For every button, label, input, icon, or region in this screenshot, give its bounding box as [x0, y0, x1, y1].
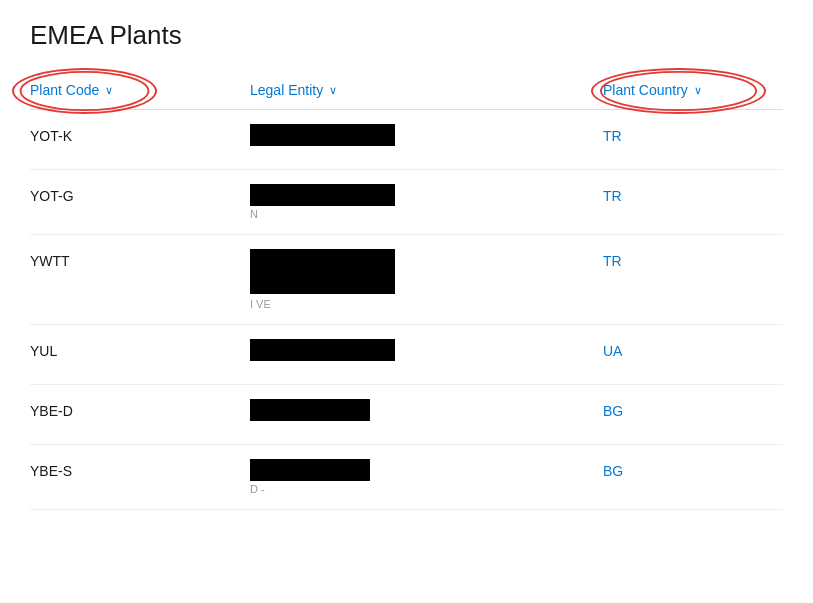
redacted-block: [250, 399, 370, 421]
legal-entity-cell: [250, 124, 603, 146]
plant-code-cell: YOT-K: [30, 124, 250, 144]
plant-code-cell: YUL: [30, 339, 250, 359]
plant-code-value: YBE-D: [30, 403, 73, 419]
redacted-block: [250, 459, 370, 481]
plant-country-value: BG: [603, 463, 623, 479]
plant-country-cell: UA: [603, 339, 783, 359]
legal-entity-cell: D -: [250, 459, 603, 495]
table-header: Plant Code ∨ Legal Entity ∨ Plant Countr…: [30, 71, 783, 110]
legal-entity-sort-button[interactable]: Legal Entity ∨: [250, 82, 337, 98]
plant-country-cell: TR: [603, 249, 783, 269]
legal-entity-header-label: Legal Entity: [250, 82, 323, 98]
plant-country-value: UA: [603, 343, 622, 359]
col-legal-entity-header: Legal Entity ∨: [250, 81, 603, 99]
plant-code-value: YBE-S: [30, 463, 72, 479]
legal-entity-suffix: N: [250, 208, 603, 220]
legal-entity-cell: I VE: [250, 249, 603, 310]
plant-country-cell: BG: [603, 459, 783, 479]
col-plant-country-header: Plant Country ∨: [603, 81, 783, 99]
table-row: YOT-K TR: [30, 110, 783, 170]
plant-code-value: YOT-K: [30, 128, 72, 144]
plant-code-cell: YBE-S: [30, 459, 250, 479]
plant-country-value: TR: [603, 188, 622, 204]
table-row: YWTT I VE TR: [30, 235, 783, 325]
legal-entity-suffix: D -: [250, 483, 603, 495]
plant-code-value: YUL: [30, 343, 57, 359]
plant-country-cell: BG: [603, 399, 783, 419]
plant-code-header-label: Plant Code: [30, 82, 99, 98]
plant-country-cell: TR: [603, 124, 783, 144]
plant-code-sort-button[interactable]: Plant Code ∨: [30, 82, 113, 98]
legal-entity-chevron-icon: ∨: [329, 84, 337, 97]
plant-code-cell: YWTT: [30, 249, 250, 269]
plant-code-cell: YOT-G: [30, 184, 250, 204]
table-row: YBE-S D - BG: [30, 445, 783, 510]
table-row: YUL UA: [30, 325, 783, 385]
legal-entity-cell: N: [250, 184, 603, 220]
plant-country-value: BG: [603, 403, 623, 419]
plant-code-value: YWTT: [30, 253, 70, 269]
legal-entity-cell: [250, 399, 603, 421]
redacted-block: [250, 124, 395, 146]
plant-country-cell: TR: [603, 184, 783, 204]
plant-country-chevron-icon: ∨: [694, 84, 702, 97]
col-plant-code-header: Plant Code ∨: [30, 81, 250, 99]
page-title: EMEA Plants: [30, 20, 783, 51]
redacted-block: [250, 249, 395, 294]
table-row: YBE-D BG: [30, 385, 783, 445]
redacted-block: [250, 339, 395, 361]
legal-entity-suffix: I VE: [250, 298, 603, 310]
plant-country-header-label: Plant Country: [603, 82, 688, 98]
legal-entity-cell: [250, 339, 603, 361]
plant-code-cell: YBE-D: [30, 399, 250, 419]
redacted-block: [250, 184, 395, 206]
plant-country-sort-button[interactable]: Plant Country ∨: [603, 82, 702, 98]
plant-country-value: TR: [603, 253, 622, 269]
table-row: YOT-G N TR: [30, 170, 783, 235]
plant-code-chevron-icon: ∨: [105, 84, 113, 97]
plant-code-value: YOT-G: [30, 188, 74, 204]
plant-country-value: TR: [603, 128, 622, 144]
plants-table: Plant Code ∨ Legal Entity ∨ Plant Countr…: [30, 71, 783, 510]
